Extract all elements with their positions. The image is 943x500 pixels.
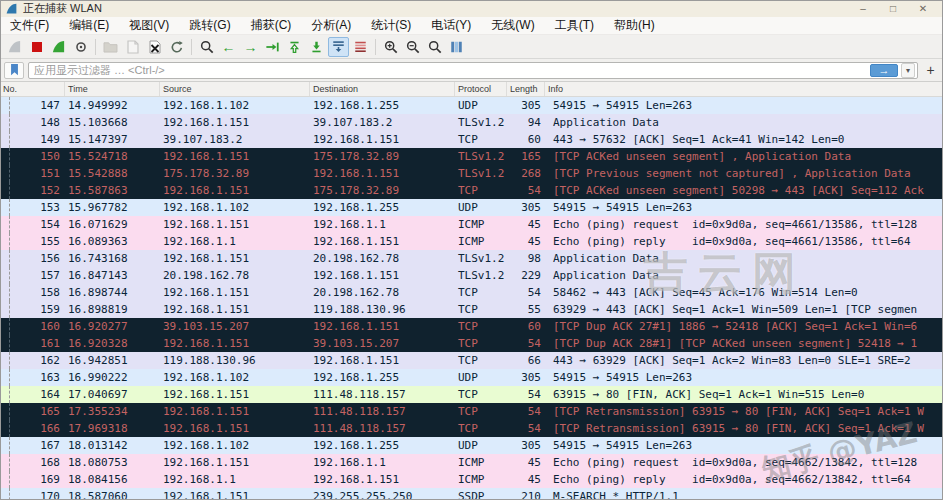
packet-row[interactable]: 15516.089363192.168.1.1192.168.1.151ICMP… <box>0 233 943 250</box>
packet-row[interactable]: 16517.355234192.168.1.151111.48.118.157T… <box>0 403 943 420</box>
menu-item-6[interactable]: 统计(S) <box>361 17 421 34</box>
packet-row[interactable]: 16718.013142192.168.1.102192.168.1.255UD… <box>0 437 943 454</box>
packet-row[interactable]: 16818.080753192.168.1.151192.168.1.1ICMP… <box>0 454 943 471</box>
title-bar: 正在捕获 WLAN – □ ✕ <box>0 0 943 17</box>
cell-src: 192.168.1.102 <box>160 437 310 454</box>
menu-item-0[interactable]: 文件(F) <box>0 17 59 34</box>
go-to-packet-icon[interactable] <box>262 37 283 57</box>
column-header-protocol[interactable]: Protocol <box>455 82 507 96</box>
zoom-reset-icon[interactable] <box>424 37 445 57</box>
close-button[interactable]: ✕ <box>908 0 938 17</box>
minimize-button[interactable]: – <box>848 0 878 17</box>
restart-capture-icon[interactable] <box>48 37 69 57</box>
menu-item-4[interactable]: 捕获(C) <box>241 17 302 34</box>
maximize-button[interactable]: □ <box>878 0 908 17</box>
cell-no: 166 <box>18 420 65 437</box>
menu-item-1[interactable]: 编辑(E) <box>59 17 119 34</box>
cell-len: 55 <box>507 301 545 318</box>
filter-dropdown-caret-icon[interactable]: ▾ <box>901 63 915 78</box>
related-packets-gutter <box>0 233 10 250</box>
cell-time: 16.990222 <box>65 369 160 386</box>
cell-proto: ICMP <box>455 471 507 488</box>
cell-time: 16.089363 <box>65 233 160 250</box>
cell-dst: 192.168.1.151 <box>310 165 455 182</box>
menu-item-7[interactable]: 电话(Y) <box>421 17 481 34</box>
start-capture-icon[interactable] <box>4 37 25 57</box>
packet-row[interactable]: 16116.920328192.168.1.15139.103.15.207TC… <box>0 335 943 352</box>
packet-row[interactable]: 15916.898819192.168.1.151119.188.130.96T… <box>0 301 943 318</box>
cell-dst: 111.48.118.157 <box>310 403 455 420</box>
auto-scroll-icon[interactable] <box>328 37 349 57</box>
cell-dst: 111.48.118.157 <box>310 420 455 437</box>
packet-row[interactable]: 15315.967782192.168.1.102192.168.1.255UD… <box>0 199 943 216</box>
zoom-in-icon[interactable] <box>380 37 401 57</box>
cell-src: 192.168.1.151 <box>160 403 310 420</box>
go-back-icon[interactable]: ← <box>218 37 239 57</box>
cell-proto: ICMP <box>455 233 507 250</box>
colorize-icon[interactable] <box>350 37 371 57</box>
cell-dst: 192.168.1.255 <box>310 369 455 386</box>
column-header-time[interactable]: Time <box>65 82 160 96</box>
cell-len: 45 <box>507 471 545 488</box>
packet-row[interactable]: 14915.14739739.107.183.2192.168.1.151TCP… <box>0 131 943 148</box>
menu-item-2[interactable]: 视图(V) <box>119 17 179 34</box>
go-last-icon[interactable] <box>306 37 327 57</box>
packet-row[interactable]: 16617.969318192.168.1.151111.48.118.157T… <box>0 420 943 437</box>
packet-row[interactable]: 16417.040697192.168.1.151111.48.118.157T… <box>0 386 943 403</box>
cell-no: 161 <box>18 335 65 352</box>
column-header-destination[interactable]: Destination <box>310 82 455 96</box>
packet-row[interactable]: 14815.103668192.168.1.15139.107.183.2TLS… <box>0 114 943 131</box>
menu-item-9[interactable]: 工具(T) <box>545 17 604 34</box>
resize-columns-icon[interactable] <box>446 37 467 57</box>
display-filter-input[interactable] <box>34 64 867 77</box>
packet-row[interactable]: 15215.587863192.168.1.151175.178.32.89TC… <box>0 182 943 199</box>
cell-info: 54915 → 54915 Len=263 <box>545 437 943 454</box>
go-first-icon[interactable] <box>284 37 305 57</box>
save-file-icon[interactable] <box>122 37 143 57</box>
packet-row[interactable]: 17018.587060192.168.1.151239.255.255.250… <box>0 488 943 500</box>
packet-row[interactable]: 14714.949992192.168.1.102192.168.1.255UD… <box>0 97 943 114</box>
column-header-source[interactable]: Source <box>160 82 310 96</box>
cell-no: 165 <box>18 403 65 420</box>
menu-item-3[interactable]: 跳转(G) <box>179 17 240 34</box>
zoom-out-icon[interactable] <box>402 37 423 57</box>
column-header-length[interactable]: Length <box>507 82 545 96</box>
cell-time: 16.920277 <box>65 318 160 335</box>
menu-item-5[interactable]: 分析(A) <box>301 17 361 34</box>
cell-no: 170 <box>18 488 65 500</box>
packet-row[interactable]: 15015.524718192.168.1.151175.178.32.89TL… <box>0 148 943 165</box>
cell-info: [TCP Dup ACK 27#1] 1886 → 52418 [ACK] Se… <box>545 318 943 335</box>
column-header-no[interactable]: No. <box>0 82 65 96</box>
menu-item-10[interactable]: 帮助(H) <box>604 17 665 34</box>
packet-row[interactable]: 16918.084156192.168.1.1192.168.1.151ICMP… <box>0 471 943 488</box>
capture-options-icon[interactable] <box>70 37 91 57</box>
related-packets-gutter <box>0 216 10 233</box>
cell-info: 443 → 63929 [ACK] Seq=1 Ack=2 Win=83 Len… <box>545 352 943 369</box>
cell-src: 20.198.162.78 <box>160 267 310 284</box>
find-packet-icon[interactable] <box>196 37 217 57</box>
cell-info: [TCP Retransmission] 63915 → 80 [FIN, AC… <box>545 420 943 437</box>
packet-row[interactable]: 15115.542888175.178.32.89192.168.1.151TL… <box>0 165 943 182</box>
packet-row[interactable]: 16016.92027739.103.15.207192.168.1.151TC… <box>0 318 943 335</box>
filter-add-button[interactable]: + <box>922 59 939 81</box>
reload-icon[interactable] <box>166 37 187 57</box>
cell-time: 14.949992 <box>65 97 160 114</box>
filter-bookmark-icon[interactable] <box>4 62 24 79</box>
open-file-icon[interactable] <box>100 37 121 57</box>
filter-apply-button[interactable]: → <box>870 64 898 77</box>
close-file-icon[interactable] <box>144 37 165 57</box>
cell-info: 54915 → 54915 Len=263 <box>545 97 943 114</box>
packet-row[interactable]: 15416.071629192.168.1.151192.168.1.1ICMP… <box>0 216 943 233</box>
cell-time: 16.071629 <box>65 216 160 233</box>
menu-item-8[interactable]: 无线(W) <box>481 17 544 34</box>
packet-row[interactable]: 15616.743168192.168.1.15120.198.162.78TL… <box>0 250 943 267</box>
column-header-info[interactable]: Info <box>545 82 943 96</box>
cell-proto: TCP <box>455 335 507 352</box>
go-forward-icon[interactable]: → <box>240 37 261 57</box>
cell-proto: TCP <box>455 318 507 335</box>
packet-row[interactable]: 16316.990222192.168.1.102192.168.1.255UD… <box>0 369 943 386</box>
packet-row[interactable]: 15816.898744192.168.1.15120.198.162.78TC… <box>0 284 943 301</box>
stop-capture-icon[interactable] <box>26 37 47 57</box>
packet-row[interactable]: 16216.942851119.188.130.96192.168.1.151T… <box>0 352 943 369</box>
packet-row[interactable]: 15716.84714320.198.162.78192.168.1.151TL… <box>0 267 943 284</box>
